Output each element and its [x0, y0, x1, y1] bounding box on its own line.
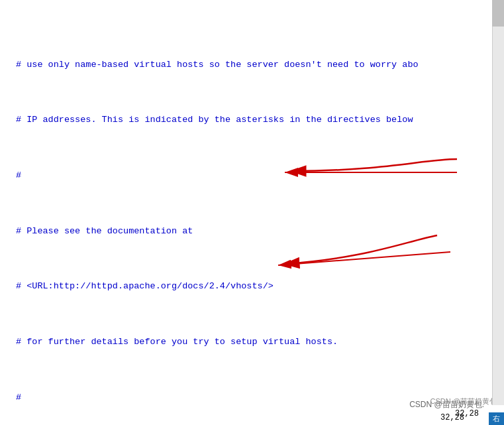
code-area: # use only name-based virtual hosts so t…	[0, 0, 504, 425]
scrollbar-track[interactable]	[492, 0, 504, 405]
scrollbar-right[interactable]: 右	[489, 412, 504, 425]
line-text: # <URL:http://httpd.apache.org/docs/2.4/…	[16, 281, 274, 291]
line-1: # use only name-based virtual hosts so t…	[16, 58, 499, 72]
watermark-label: CSDN @苗苗奶黄包.	[430, 396, 499, 406]
line-3: #	[16, 169, 499, 183]
line-text: # use only name-based virtual hosts so t…	[16, 60, 419, 70]
editor-container: # use only name-based virtual hosts so t…	[0, 0, 504, 425]
line-text: # IP addresses. This is indicated by the…	[16, 115, 413, 125]
line-4: # Please see the documentation at	[16, 225, 499, 239]
line-text: #	[16, 170, 21, 180]
line-text: # Please see the documentation at	[16, 226, 193, 236]
line-2: # IP addresses. This is indicated by the…	[16, 113, 499, 127]
line-6: # for further details before you try to …	[16, 335, 499, 349]
line-5: # <URL:http://httpd.apache.org/docs/2.4/…	[16, 280, 499, 294]
line-text: # for further details before you try to …	[16, 337, 338, 347]
line-text: #	[16, 393, 21, 402]
position-indicator: 32,28	[455, 409, 479, 418]
scrollbar-thumb[interactable]	[492, 0, 504, 27]
